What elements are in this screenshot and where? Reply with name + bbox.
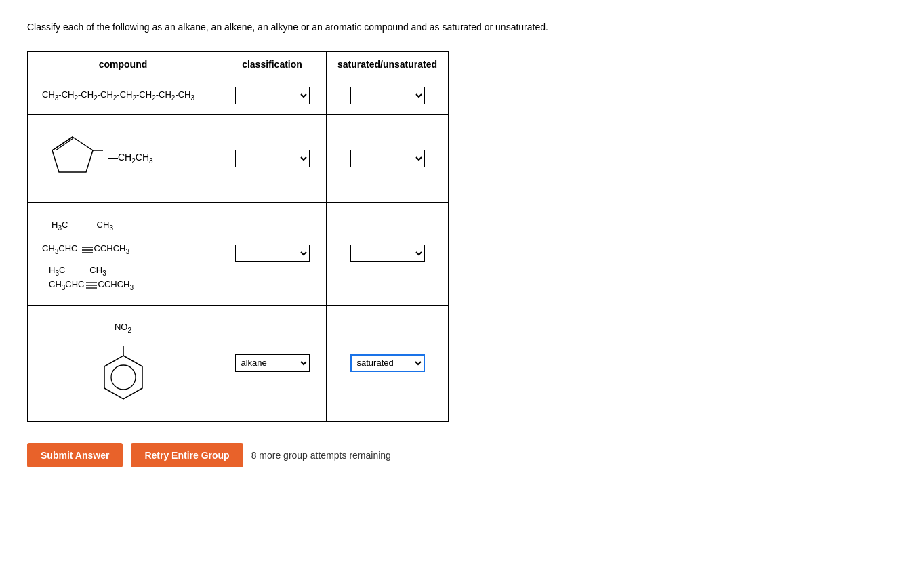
- submit-answer-button[interactable]: Submit Answer: [27, 443, 123, 467]
- classification-cell-3: alkane alkene alkyne aromatic: [218, 202, 327, 305]
- classification-cell-2: alkane alkene alkyne aromatic: [218, 114, 327, 202]
- table-row: NO2: [28, 305, 449, 421]
- compound-cell-2: —CH2CH3: [28, 114, 218, 202]
- saturation-dropdown-wrapper-1: saturated unsaturated: [337, 87, 437, 104]
- classification-cell-4: alkane alkane alkene alkyne aromatic: [218, 305, 327, 421]
- saturation-cell-3: saturated unsaturated: [327, 202, 449, 305]
- classification-cell-1: alkane alkene alkyne aromatic: [218, 77, 327, 115]
- classification-dropdown-wrapper-2: alkane alkene alkyne aromatic: [229, 150, 315, 167]
- main-table-container: compound classification saturated/unsatu…: [27, 51, 449, 422]
- retry-entire-group-button[interactable]: Retry Entire Group: [131, 443, 243, 467]
- classification-dropdown-wrapper-3: alkane alkene alkyne aromatic: [229, 245, 315, 262]
- compound-cell-4: NO2: [28, 305, 218, 421]
- saturation-cell-4: saturated unsaturated: [327, 305, 449, 421]
- benzene-ring-svg: [89, 337, 157, 404]
- nitrobenzene-drawing: NO2: [42, 316, 204, 410]
- svg-line-1: [52, 137, 73, 150]
- alkyne-formula: H3C CH3 CH3CHC CCHCH3: [42, 261, 204, 294]
- cyclopentene-drawing: —CH2CH3: [42, 126, 204, 191]
- compound-cell-1: CH3-CH2-CH2-CH2-CH2-CH2-CH2-CH3: [28, 77, 218, 115]
- alkyne-drawing: H3C CH3CHC CH3: [42, 213, 204, 261]
- compound-formula-1: CH3-CH2-CH2-CH2-CH2-CH2-CH2-CH3: [42, 89, 194, 100]
- svg-marker-0: [52, 137, 93, 172]
- saturation-select-1[interactable]: saturated unsaturated: [350, 87, 425, 104]
- table-row: CH3-CH2-CH2-CH2-CH2-CH2-CH2-CH3 alkane a…: [28, 77, 449, 115]
- saturation-select-4[interactable]: saturated unsaturated: [350, 354, 425, 372]
- col-header-compound: compound: [28, 52, 218, 77]
- saturation-dropdown-wrapper-4: saturated unsaturated: [337, 354, 437, 372]
- classification-dropdown-wrapper-4: alkane alkane alkene alkyne aromatic: [229, 354, 315, 372]
- attempts-remaining-text: 8 more group attempts remaining: [251, 450, 391, 461]
- svg-marker-10: [104, 356, 142, 399]
- saturation-dropdown-wrapper-3: saturated unsaturated: [337, 245, 437, 262]
- col-header-saturation: saturated/unsaturated: [327, 52, 449, 77]
- buttons-row: Submit Answer Retry Entire Group 8 more …: [27, 443, 896, 467]
- cyclopentene-substituent: —CH2CH3: [108, 152, 153, 165]
- saturation-cell-2: saturated unsaturated: [327, 114, 449, 202]
- classification-select-4[interactable]: alkane alkane alkene alkyne aromatic: [235, 354, 310, 372]
- triple-bond-svg-2: [85, 280, 98, 290]
- classification-table: compound classification saturated/unsatu…: [28, 51, 449, 421]
- classification-select-3[interactable]: alkane alkene alkyne aromatic: [235, 245, 310, 262]
- saturation-dropdown-wrapper-2: saturated unsaturated: [337, 150, 437, 167]
- triple-bond-svg: [81, 245, 94, 255]
- table-row: H3C CH3CHC CH3: [28, 202, 449, 305]
- svg-line-2: [56, 138, 73, 150]
- question-text: Classify each of the following as an alk…: [27, 20, 896, 35]
- saturation-cell-1: saturated unsaturated: [327, 77, 449, 115]
- saturation-select-3[interactable]: saturated unsaturated: [350, 245, 425, 262]
- saturation-select-2[interactable]: saturated unsaturated: [350, 150, 425, 167]
- classification-dropdown-wrapper-1: alkane alkene alkyne aromatic: [229, 87, 315, 104]
- svg-point-11: [111, 365, 136, 390]
- col-header-classification: classification: [218, 52, 327, 77]
- compound-cell-3: H3C CH3CHC CH3: [28, 202, 218, 305]
- classification-select-1[interactable]: alkane alkene alkyne aromatic: [235, 87, 310, 104]
- cyclopentene-svg: [42, 131, 103, 186]
- classification-select-2[interactable]: alkane alkene alkyne aromatic: [235, 150, 310, 167]
- table-row: —CH2CH3 alkane alkene alkyne aromatic: [28, 114, 449, 202]
